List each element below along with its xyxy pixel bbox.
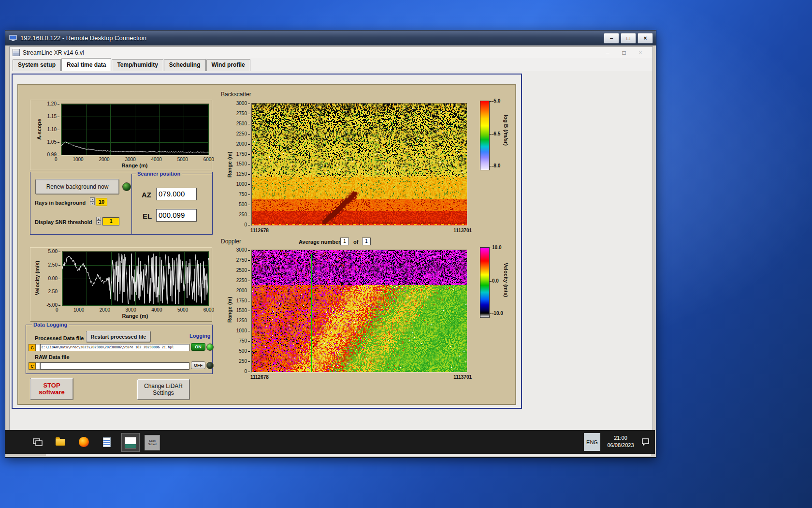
tick-label: 250 [239,212,250,217]
app-minimize-button[interactable]: – [599,49,616,56]
app-restore-button[interactable]: □ [616,49,632,56]
stop-button-line1: STOP [39,382,64,389]
renew-background-led [122,182,131,191]
tick-label: 4000 [151,157,162,162]
rdp-maximize-button[interactable]: □ [621,33,636,44]
doppler-heatmap [251,250,467,373]
clock-date: 06/08/2023 [603,442,638,449]
processed-path-field[interactable]: C:\LiDAR\Data\Proc\2023\202308\20230806\… [40,344,189,351]
velocity-plot [62,251,209,306]
tick-label: 0 [244,369,250,374]
backscatter-x-labels: 1112678 1113701 [250,228,472,233]
scan-scheduler-icon[interactable]: Scan Sched [145,435,160,450]
raw-browse-box[interactable] [36,362,40,370]
el-value-field[interactable]: 000.099 [156,209,197,222]
backscatter-cb-tick-top: -5.0 [490,98,500,104]
tick-label: 250 [239,359,250,364]
tick-label: 2750 [236,257,250,263]
change-lidar-settings-button[interactable]: Change LiDAR Settings [137,379,190,400]
notification-center-icon[interactable] [641,438,650,446]
rdp-titlebar[interactable]: 192.168.0.122 - Remote Desktop Connectio… [5,30,656,45]
tick-label: 2500 [236,268,250,273]
average-number-field[interactable]: 1 [340,238,349,245]
doppler-y-axis-label: Range (m) [227,283,232,336]
logging-label: Logging [189,333,210,339]
tick-label: 2.50 [48,262,60,268]
tick-label: -2.50 [46,289,60,294]
raw-drive-box[interactable]: C [29,362,36,370]
change-button-line1: Change LiDAR [144,383,183,389]
tab-wind-profile[interactable]: Wind profile [206,59,250,71]
tick-label: 5000 [177,307,188,313]
rdp-minimize-button[interactable]: – [604,33,619,44]
tick-label: 1.05 [47,139,59,145]
tick-label: 1250 [236,318,250,323]
stop-software-button[interactable]: STOP software [30,378,73,400]
tick-label: 0.00 [48,276,60,281]
ascope-x-ticks: 0100020003000400050006000 [55,157,214,162]
backscatter-cb-label: log B (/m/sr) [503,115,509,146]
raw-path-field[interactable] [40,362,189,370]
az-label: AZ [142,191,151,199]
language-indicator[interactable]: ENG [584,433,600,451]
restart-processed-file-button[interactable]: Restart processed file [86,331,151,343]
snr-threshold-field[interactable]: 1 [102,217,119,225]
scan-icon-line2: Sched [148,443,156,446]
file-explorer-icon[interactable] [56,439,65,446]
rdp-close-button[interactable]: × [638,33,653,44]
raw-logging-led [206,362,214,369]
task-view-icon[interactable] [32,437,43,447]
tick-label: 2250 [236,131,250,136]
rays-spinner[interactable]: ▴▾ [90,197,95,205]
remote-session: StreamLine XR v14-6.vi – □ × System setu… [5,45,656,456]
document-app-icon[interactable] [103,437,111,447]
backscatter-x-start: 1112678 [250,228,269,233]
tab-real-time-data[interactable]: Real time data [61,58,111,71]
remote-taskbar: Scan Sched ENG 21:00 06/08/2023 [5,430,655,454]
tick-label: 0 [244,222,250,227]
el-label: EL [143,212,152,220]
backscatter-y-axis-label: Range (m) [227,138,232,191]
processed-browse-box[interactable] [36,344,40,351]
firefox-icon[interactable] [79,437,89,447]
tick-label: 2250 [236,278,250,283]
ascope-y-axis-label: A-scope [36,114,42,145]
scanner-position-box: Scanner position AZ 079.000 EL 000.099 [131,174,213,235]
velocity-x-axis-label: Range (m) [62,313,208,319]
scanner-position-title: Scanner position [136,171,182,177]
data-logging-box: Data Logging Processed Data file Restart… [26,325,213,374]
rdp-window: 192.168.0.122 - Remote Desktop Connectio… [5,30,656,458]
ascope-x-axis-label: Range (m) [61,163,208,168]
processed-logging-toggle[interactable]: ON [191,343,214,351]
rays-in-background-field[interactable]: 10 [96,198,107,206]
desktop: 192.168.0.122 - Remote Desktop Connectio… [0,0,812,508]
tick-label: 1000 [72,157,83,162]
az-value-field[interactable]: 079.000 [156,188,197,200]
tab-temp-humidity[interactable]: Temp/humidity [112,59,163,71]
tick-label: 3000 [236,247,250,253]
doppler-title: Doppler [221,238,241,245]
velocity-x-ticks: 0100020003000400050006000 [56,307,214,313]
on-button[interactable]: ON [191,343,205,351]
tab-page-real-time-data: A-scope 1.201.151.101.050.99 01000200030… [12,74,522,409]
backscatter-y-ticks: 3000275025002250200017501500125010007505… [232,101,250,227]
app-titlebar[interactable]: StreamLine XR v14-6.vi – □ × [10,47,652,58]
app-close-button[interactable]: × [632,49,649,56]
average-of-field[interactable]: 1 [362,238,371,245]
snr-threshold-label: Display SNR threshold [35,219,92,225]
tab-system-setup[interactable]: System setup [13,59,61,71]
tick-label: 1500 [236,161,250,166]
active-app-taskbar-button[interactable] [121,433,140,452]
snr-spinner[interactable]: ▴▾ [96,217,102,224]
renew-background-button[interactable]: Renew background now [35,179,119,194]
backscatter-cb-tick-bottom: -8.0 [490,163,500,168]
tick-label: 1.15 [47,114,59,119]
off-button[interactable]: OFF [191,361,205,369]
taskbar-clock[interactable]: 21:00 06/08/2023 [603,434,638,449]
tab-scheduling[interactable]: Scheduling [164,59,206,71]
processed-drive-box[interactable]: C [29,344,36,351]
raw-logging-toggle[interactable]: OFF [191,361,214,369]
velocity-y-ticks: 5.002.500.00-2.50-5.00 [42,249,60,308]
tick-label: 1000 [236,181,250,187]
tick-label: 1000 [236,328,250,333]
